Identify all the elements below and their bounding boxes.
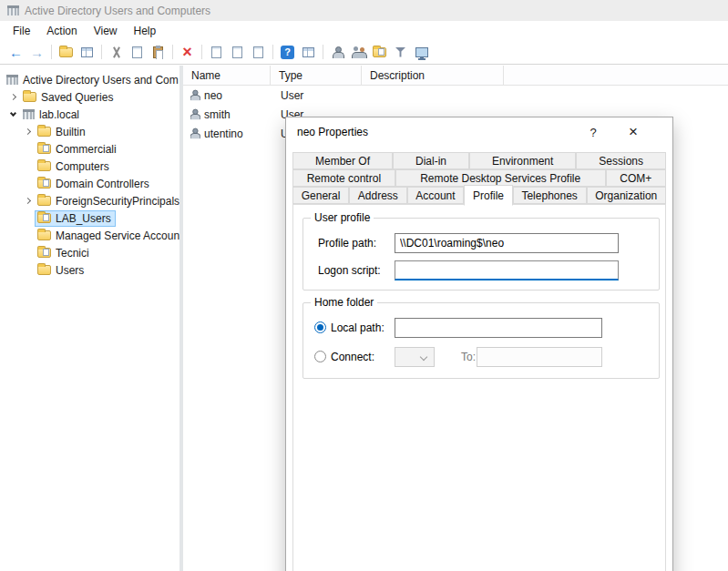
menu-help[interactable]: Help [126, 23, 165, 39]
toolbar-separator [201, 45, 202, 59]
properties-button[interactable] [206, 42, 227, 62]
expand-toggle[interactable] [5, 95, 20, 99]
tab-address[interactable]: Address [349, 187, 406, 204]
window-titlebar[interactable]: Active Directory Users and Computers [0, 0, 728, 21]
local-path-radio[interactable] [314, 321, 326, 333]
tree-item-domain-controllers[interactable]: Domain Controllers [0, 175, 179, 192]
profile-path-input[interactable] [395, 233, 619, 253]
window-list-button[interactable] [298, 42, 319, 62]
tab-member-of[interactable]: Member Of [292, 152, 393, 169]
user-icon [190, 109, 200, 120]
tree-item-root[interactable]: Active Directory Users and Com [0, 71, 179, 88]
chevron-down-icon [420, 353, 427, 361]
profile-path-label: Profile path: [318, 237, 376, 250]
tab-environment[interactable]: Environment [469, 152, 576, 169]
window-list-icon [302, 47, 314, 57]
local-path-input[interactable] [395, 318, 602, 338]
tree-item-foreign-security-principals[interactable]: ForeignSecurityPrincipals [0, 192, 179, 209]
column-header-name[interactable]: Name [183, 66, 271, 85]
cut-button[interactable] [106, 42, 127, 62]
column-header-type[interactable]: Type [271, 66, 362, 85]
delete-icon [182, 45, 192, 60]
tree-item-label: Saved Queries [41, 91, 113, 104]
folder-icon [37, 161, 51, 171]
list-header: Name Type Description [183, 66, 728, 86]
column-header-description[interactable]: Description [362, 66, 504, 85]
menu-view[interactable]: View [86, 23, 126, 39]
new-user-button[interactable] [327, 42, 348, 62]
tree-item-saved-queries[interactable]: Saved Queries [0, 88, 179, 106]
chevron-right-icon [24, 128, 30, 135]
dialog-help-button[interactable]: ? [579, 121, 607, 143]
chevron-right-icon [9, 94, 15, 100]
tab-telephones[interactable]: Telephones [513, 187, 587, 204]
ou-folder-icon [37, 213, 51, 223]
tree-item-builtin[interactable]: Builtin [0, 123, 179, 140]
delete-button[interactable] [177, 42, 198, 62]
expand-toggle[interactable] [20, 199, 35, 203]
menu-bar: File Action View Help [0, 21, 728, 40]
back-button[interactable] [5, 42, 26, 62]
tree-item-commerciali[interactable]: Commerciali [0, 140, 179, 158]
toolbar-separator [323, 45, 323, 59]
toolbar-separator [272, 45, 273, 59]
expand-toggle[interactable] [20, 129, 35, 134]
advanced-view-button[interactable] [411, 42, 432, 62]
dialog-close-button[interactable]: × [620, 121, 647, 143]
copy-button[interactable] [127, 42, 148, 62]
tab-general[interactable]: General [292, 187, 349, 204]
tab-dial-in[interactable]: Dial-in [393, 152, 469, 169]
row-name: neo [204, 89, 222, 102]
tree-item-lab-local[interactable]: lab.local [0, 106, 179, 123]
row-type: User [271, 89, 362, 102]
new-ou-button[interactable] [369, 42, 390, 62]
tab-organization[interactable]: Organization [587, 187, 666, 204]
help-button[interactable] [277, 42, 298, 62]
tab-profile[interactable]: Profile [464, 185, 512, 206]
logon-script-label: Logon script: [318, 264, 381, 277]
list-row-neo[interactable]: neo User [183, 86, 728, 105]
forward-button[interactable] [26, 42, 47, 62]
up-one-level-icon [59, 47, 73, 57]
home-folder-group: Home folder Local path: Connect: To: [302, 302, 660, 379]
paste-button[interactable] [148, 42, 169, 62]
menu-file[interactable]: File [5, 23, 38, 39]
show-console-tree-button[interactable] [77, 42, 97, 62]
copy-icon [132, 46, 142, 58]
tree-item-lab-users[interactable]: LAB_Users [0, 209, 179, 227]
menu-action[interactable]: Action [38, 23, 85, 39]
drive-letter-select[interactable] [395, 347, 435, 367]
window-title: Active Directory Users and Computers [25, 5, 210, 17]
column-header-label: Description [370, 69, 425, 82]
new-ou-icon [373, 47, 386, 57]
tree-item-users[interactable]: Users [0, 261, 179, 279]
tab-sessions[interactable]: Sessions [576, 152, 666, 169]
aduc-window: Active Directory Users and Computers Fil… [0, 0, 728, 571]
group-label: Home folder [311, 296, 377, 309]
row-name: utentino [204, 127, 243, 140]
tree-item-tecnici[interactable]: Tecnici [0, 244, 179, 261]
tree-item-computers[interactable]: Computers [0, 158, 179, 175]
tree-item-label: Active Directory Users and Com [23, 74, 179, 87]
refresh-button[interactable] [227, 42, 248, 62]
tab-account[interactable]: Account [407, 187, 465, 204]
logon-script-input[interactable] [395, 260, 619, 280]
tab-com-plus[interactable]: COM+ [606, 169, 666, 187]
connect-radio[interactable] [314, 351, 326, 362]
folder-icon [37, 127, 51, 137]
dialog-titlebar[interactable]: neo Properties ? × [286, 117, 672, 147]
connect-label: Connect: [331, 351, 374, 363]
export-list-button[interactable] [248, 42, 269, 62]
set-filter-button[interactable] [390, 42, 411, 62]
tree-item-label: Builtin [56, 126, 86, 138]
toolbar-separator [172, 45, 173, 59]
connect-to-input[interactable] [477, 347, 602, 367]
back-icon [9, 45, 23, 60]
expand-toggle[interactable] [5, 114, 20, 116]
tree-item-managed-service-accounts[interactable]: Managed Service Accoun [0, 227, 179, 244]
user-icon [190, 128, 200, 139]
up-one-level-button[interactable] [56, 42, 77, 62]
tab-remote-control[interactable]: Remote control [292, 169, 395, 187]
refresh-icon [232, 46, 242, 58]
new-group-button[interactable] [348, 42, 369, 62]
